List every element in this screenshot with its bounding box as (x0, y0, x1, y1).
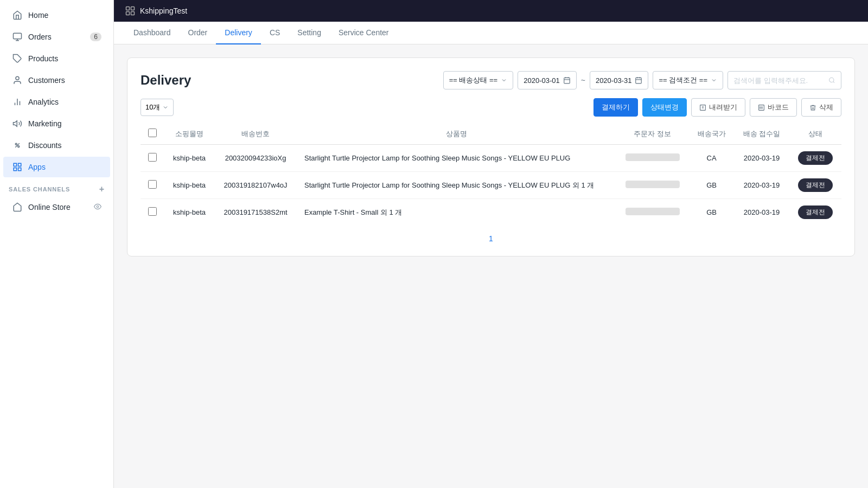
sidebar: Home Orders 6 Products Customers Analyti… (0, 0, 114, 488)
add-channel-icon[interactable]: + (99, 184, 105, 194)
sidebar-item-label: Marketing (28, 119, 61, 128)
home-icon (12, 10, 23, 21)
row-order-info (616, 199, 689, 226)
delivery-title: Delivery (141, 73, 191, 88)
row-product: Starlight Turtle Projector Lamp for Soot… (297, 145, 616, 172)
search-condition-label: == 검색조건 == (659, 75, 707, 85)
th-shop: 소핑몰명 (164, 123, 214, 145)
sidebar-item-label: Customers (28, 76, 65, 85)
table-header-checkbox (141, 123, 164, 145)
date-from-input[interactable]: 2020-03-01 (518, 71, 577, 89)
row-checkbox-1[interactable] (148, 180, 157, 189)
row-status: 결제전 (789, 172, 841, 199)
sidebar-item-home[interactable]: Home (3, 5, 110, 25)
select-all-checkbox[interactable] (148, 129, 157, 137)
status-badge: 결제전 (798, 178, 833, 192)
pagination: 1 (141, 234, 841, 243)
search-condition-filter[interactable]: == 검색조건 == (653, 71, 723, 89)
apps-icon (12, 162, 23, 172)
date-to-input[interactable]: 2020-03-31 (590, 71, 649, 89)
tab-order[interactable]: Order (180, 22, 216, 44)
barcode-button[interactable]: 바코드 (750, 98, 797, 117)
table-row: kship-beta 200319171538S2mt Example T-Sh… (141, 199, 841, 226)
chevron-down-icon-2 (711, 77, 717, 84)
row-checkbox-cell (141, 145, 164, 172)
row-country: GB (689, 199, 735, 226)
row-product: Example T-Shirt - Small 외 1 개 (297, 199, 616, 226)
row-order-info (616, 145, 689, 172)
svg-line-28 (833, 81, 834, 82)
tab-delivery[interactable]: Delivery (216, 22, 261, 44)
sidebar-item-online-store[interactable]: Online Store (3, 197, 110, 217)
main-content: KshippingTest Dashboard Order Delivery C… (114, 0, 868, 488)
sidebar-item-discounts[interactable]: Discounts (3, 135, 110, 156)
sidebar-item-orders[interactable]: Orders 6 (3, 27, 110, 47)
barcode-icon (758, 104, 765, 111)
row-shop: kship-beta (164, 145, 214, 172)
delivery-table: 소핑몰명 배송번호 상품명 주문자 정보 배송국가 배송 접수일 상태 kshi… (141, 123, 841, 226)
status-badge: 결제전 (798, 151, 833, 165)
online-store-eye-icon[interactable] (94, 203, 101, 212)
th-delivery-no: 배송번호 (214, 123, 297, 145)
online-store-label: Online Store (28, 203, 71, 211)
sidebar-item-customers[interactable]: Customers (3, 70, 110, 91)
svg-rect-13 (14, 168, 16, 171)
delete-button[interactable]: 삭제 (801, 98, 841, 117)
svg-rect-19 (564, 78, 570, 84)
row-checkbox-cell (141, 172, 164, 199)
svg-rect-18 (131, 12, 135, 15)
status-filter[interactable]: == 배송상태 == (443, 71, 514, 89)
content-area: Delivery == 배송상태 == 2020-03-01 ~ (114, 44, 868, 488)
sidebar-item-marketing[interactable]: Marketing (3, 113, 110, 134)
calendar-icon-2 (635, 76, 642, 84)
row-product: Starlight Turtle Projector Lamp for Soot… (297, 172, 616, 199)
sidebar-item-analytics[interactable]: Analytics (3, 92, 110, 112)
products-icon (12, 53, 23, 64)
per-page-select[interactable]: 10개 (141, 99, 174, 116)
tab-setting[interactable]: Setting (289, 22, 330, 44)
search-input[interactable] (733, 76, 825, 85)
row-shop: kship-beta (164, 172, 214, 199)
row-checkbox-0[interactable] (148, 153, 157, 162)
svg-rect-15 (126, 7, 130, 10)
status-badge: 결제전 (798, 206, 833, 219)
toolbar-row: 10개 결제하기 상태변경 내려받기 바코드 (141, 98, 841, 117)
row-checkbox-2[interactable] (148, 207, 157, 216)
search-box[interactable] (727, 71, 841, 89)
online-store-icon (12, 202, 23, 213)
delivery-header: Delivery == 배송상태 == 2020-03-01 ~ (141, 71, 841, 89)
th-date: 배송 접수일 (735, 123, 789, 145)
tab-cs[interactable]: CS (261, 22, 289, 44)
sidebar-item-products[interactable]: Products (3, 48, 110, 69)
download-button[interactable]: 내려받기 (691, 98, 745, 117)
page-1[interactable]: 1 (489, 234, 493, 243)
svg-marker-6 (14, 121, 17, 127)
status-change-button[interactable]: 상태변경 (642, 98, 687, 117)
row-order-info (616, 172, 689, 199)
svg-point-7 (15, 143, 17, 145)
sidebar-item-label: Orders (28, 33, 52, 41)
sales-channels-section: SALES CHANNELS + (0, 178, 113, 196)
date-to-value: 2020-03-31 (596, 76, 632, 85)
pay-button[interactable]: 결제하기 (593, 98, 638, 117)
svg-rect-10 (14, 163, 16, 166)
download-icon (699, 104, 706, 111)
th-product: 상품명 (297, 123, 616, 145)
table-row: kship-beta 200319182107w4oJ Starlight Tu… (141, 172, 841, 199)
row-delivery-no: 200319182107w4oJ (214, 172, 297, 199)
tab-service-center[interactable]: Service Center (330, 22, 398, 44)
svg-line-9 (15, 143, 20, 147)
orders-badge: 6 (90, 33, 101, 41)
sidebar-item-apps[interactable]: Apps (3, 157, 110, 177)
toolbar-buttons: 결제하기 상태변경 내려받기 바코드 삭제 (593, 98, 841, 117)
nav-tabs: Dashboard Order Delivery CS Setting Serv… (114, 22, 868, 44)
tab-dashboard[interactable]: Dashboard (125, 22, 180, 44)
filters-row: == 배송상태 == 2020-03-01 ~ 2020-03-31 (443, 71, 841, 89)
order-info-blur (626, 153, 680, 161)
row-date: 2020-03-19 (735, 172, 789, 199)
search-icon (828, 76, 835, 84)
discounts-icon (12, 140, 23, 151)
chevron-down-icon (501, 77, 507, 84)
svg-rect-16 (131, 7, 135, 10)
date-separator: ~ (581, 76, 585, 85)
